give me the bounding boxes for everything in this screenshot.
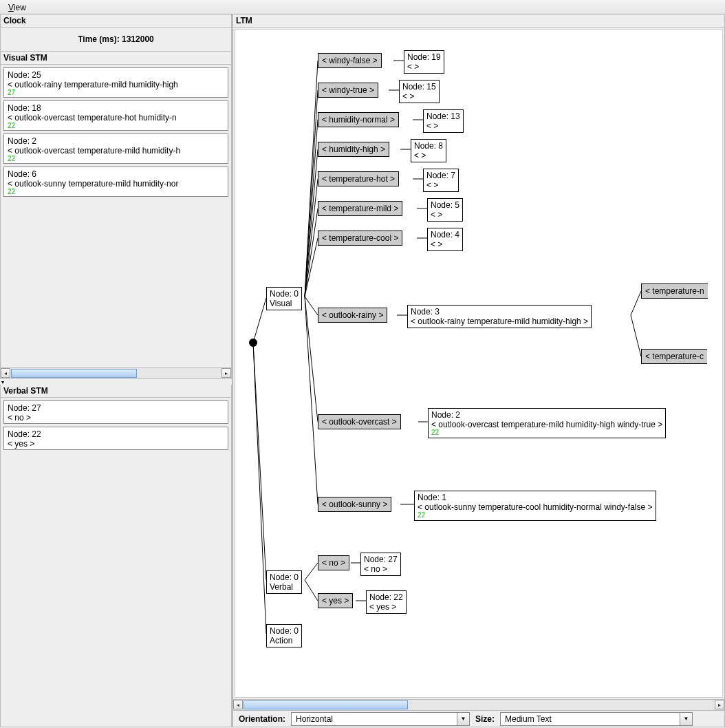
tree-node[interactable]: Node: 5 < >: [427, 198, 463, 222]
ltm-hscroll[interactable]: ◂ ▸: [233, 699, 724, 710]
tree-node[interactable]: Node: 3 < outlook-rainy temperature-mild…: [407, 305, 592, 328]
node-line1: Node: 4: [431, 230, 459, 239]
tree-node[interactable]: Node: 2 < outlook-overcast temperature-m…: [428, 408, 666, 438]
node-line1: Node: 22: [369, 592, 403, 602]
scroll-right-icon[interactable]: ▸: [221, 368, 231, 378]
node-line2: < >: [431, 210, 459, 220]
scroll-thumb[interactable]: [11, 369, 137, 378]
tree-label[interactable]: < temperature-cool >: [318, 231, 402, 246]
root-dot-icon: [249, 339, 257, 347]
visual-stm-hscroll[interactable]: ◂ ▸: [1, 367, 231, 378]
tree-label[interactable]: < temperature-mild >: [318, 201, 402, 216]
stm-node-label: Node: 22: [8, 429, 224, 439]
tree-label[interactable]: < no >: [318, 555, 349, 570]
node-line2: < >: [426, 121, 460, 131]
tree-label[interactable]: < temperature-c: [641, 349, 707, 364]
tree-label[interactable]: < yes >: [318, 593, 353, 608]
node-line2: < yes >: [369, 602, 403, 612]
tree-node[interactable]: Node: 8 < >: [411, 139, 446, 162]
node-line1: Node: 15: [402, 82, 436, 92]
scroll-right-icon[interactable]: ▸: [715, 700, 724, 709]
svg-line-8: [305, 208, 318, 297]
tree-node[interactable]: Node: 19 < >: [404, 50, 444, 74]
node-line1: Node: 3: [411, 307, 588, 317]
svg-line-0: [253, 298, 266, 343]
list-item[interactable]: Node: 2 < outlook-overcast temperature-m…: [3, 133, 228, 164]
tree-node[interactable]: Node: 7 < >: [423, 169, 459, 192]
svg-line-26: [305, 580, 318, 601]
orientation-select[interactable]: Horizontal ▼: [291, 712, 470, 726]
node-anno: 22: [431, 429, 662, 436]
scroll-left-icon[interactable]: ◂: [1, 368, 10, 378]
left-column: Clock Time (ms): 1312000 Visual STM Node…: [0, 14, 232, 727]
splitter-handle-icon[interactable]: ▾: [0, 379, 232, 385]
stm-node-desc: < outlook-sunny temperature-mild humidit…: [8, 179, 224, 189]
size-select[interactable]: Medium Text ▼: [500, 712, 693, 726]
size-value: Medium Text: [501, 714, 680, 724]
tree-node[interactable]: Node: 22 < yes >: [366, 590, 407, 614]
stm-node-anno: 22: [8, 189, 224, 195]
clock-time: Time (ms): 1312000: [1, 28, 231, 51]
svg-line-7: [305, 179, 318, 297]
svg-line-3: [305, 61, 318, 297]
node-line2: < >: [426, 180, 455, 190]
node-line2: < >: [414, 151, 443, 160]
tree-node[interactable]: Node: 1 < outlook-sunny temperature-cool…: [414, 491, 656, 521]
tree-node[interactable]: Node: 0 Action: [266, 624, 302, 647]
tree-label[interactable]: < temperature-n: [641, 283, 708, 299]
scroll-track[interactable]: [11, 369, 221, 378]
ltm-title: LTM: [233, 14, 724, 28]
stm-node-desc: < outlook-overcast temperature-hot humid…: [8, 113, 224, 122]
clock-title: Clock: [1, 14, 231, 28]
visual-stm-panel: Visual STM Node: 25 < outlook-rainy temp…: [0, 52, 232, 379]
svg-line-4: [305, 90, 318, 297]
tree-label[interactable]: < humidity-normal >: [318, 112, 399, 127]
ltm-panel: LTM: [232, 14, 725, 727]
tree-label[interactable]: < outlook-rainy >: [318, 308, 387, 323]
stm-node-label: Node: 27: [8, 403, 224, 413]
visual-stm-list: Node: 25 < outlook-rainy temperature-mil…: [1, 65, 231, 367]
tree-label[interactable]: < humidity-high >: [318, 142, 389, 157]
chevron-down-icon[interactable]: ▼: [457, 713, 469, 725]
verbal-stm-list: Node: 27 < no > Node: 22 < yes >: [1, 398, 231, 727]
tree-label[interactable]: < temperature-hot >: [318, 171, 399, 186]
svg-line-9: [305, 238, 318, 297]
tree-node[interactable]: Node: 0 Verbal: [266, 570, 302, 594]
scroll-thumb[interactable]: [244, 700, 408, 709]
scroll-track[interactable]: [244, 700, 714, 709]
svg-line-10: [305, 297, 318, 315]
right-column: LTM: [232, 14, 725, 727]
tree-node[interactable]: Node: 13 < >: [423, 109, 464, 133]
menu-view[interactable]: View: [4, 1, 30, 14]
stm-node-label: Node: 6: [8, 169, 224, 179]
stm-node-anno: 22: [8, 122, 224, 129]
svg-line-5: [305, 120, 318, 297]
tree-node[interactable]: Node: 0 Visual: [266, 287, 302, 310]
tree-node[interactable]: Node: 4 < >: [427, 228, 463, 251]
svg-line-2: [253, 343, 266, 634]
list-item[interactable]: Node: 22 < yes >: [3, 427, 228, 450]
node-anno: 22: [418, 512, 653, 519]
node-line2: < outlook-overcast temperature-mild humi…: [431, 420, 662, 429]
svg-line-25: [305, 563, 318, 580]
tree-label[interactable]: < windy-false >: [318, 53, 382, 68]
svg-line-6: [305, 149, 318, 297]
tree-label[interactable]: < windy-true >: [318, 83, 378, 98]
node-line1: Node: 2: [431, 410, 662, 420]
node-line1: Node: 27: [364, 555, 398, 564]
list-item[interactable]: Node: 27 < no >: [3, 400, 228, 424]
tree-label[interactable]: < outlook-overcast >: [318, 414, 401, 429]
ltm-canvas-viewport[interactable]: Node: 0 Visual Node: 0 Verbal Node: 0 Ac…: [235, 29, 723, 698]
scroll-left-icon[interactable]: ◂: [233, 700, 243, 709]
list-item[interactable]: Node: 18 < outlook-overcast temperature-…: [3, 100, 228, 131]
tree-node[interactable]: Node: 15 < >: [399, 80, 440, 103]
size-label: Size:: [473, 714, 497, 724]
tree-label[interactable]: < outlook-sunny >: [318, 497, 391, 512]
menubar: View: [0, 0, 725, 14]
stm-node-desc: < outlook-overcast temperature-mild humi…: [8, 146, 224, 156]
list-item[interactable]: Node: 6 < outlook-sunny temperature-mild…: [3, 167, 228, 197]
chevron-down-icon[interactable]: ▼: [680, 713, 692, 725]
node-line1: Node: 0: [270, 626, 299, 636]
list-item[interactable]: Node: 25 < outlook-rainy temperature-mil…: [3, 67, 228, 98]
tree-node[interactable]: Node: 27 < no >: [360, 553, 401, 576]
